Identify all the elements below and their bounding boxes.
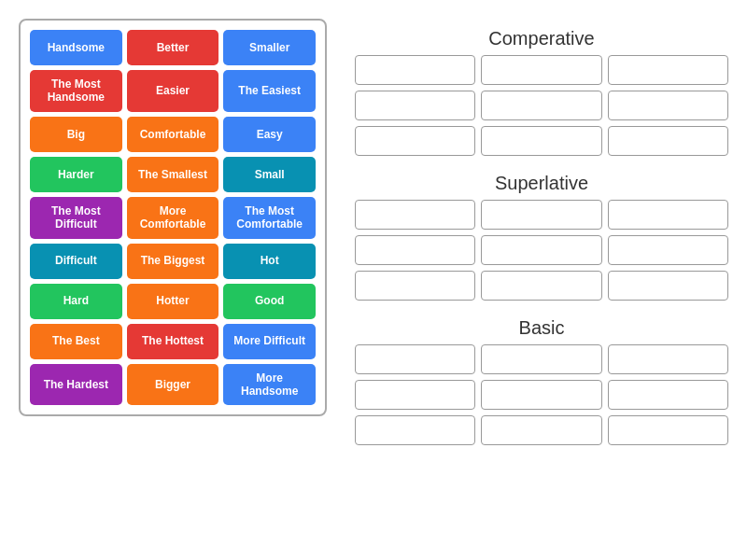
drop-cell[interactable] [481, 200, 601, 230]
drop-cell[interactable] [481, 91, 601, 120]
drop-cell[interactable] [608, 126, 728, 156]
word-tile[interactable]: The Easiest [223, 70, 316, 112]
drop-cell[interactable] [608, 415, 728, 445]
word-tile[interactable]: The Hottest [127, 324, 219, 359]
word-tile[interactable]: Difficult [30, 244, 122, 279]
drop-cell[interactable] [355, 415, 475, 445]
right-panel: ComperativeSuperlativeBasic [355, 19, 728, 453]
drop-cell[interactable] [608, 55, 728, 85]
word-tile[interactable]: The Smallest [127, 157, 219, 192]
drop-cell[interactable] [481, 380, 601, 410]
word-tile[interactable]: Smaller [223, 30, 316, 65]
word-tile[interactable]: Comfortable [127, 117, 219, 152]
word-tile[interactable]: Small [223, 157, 316, 192]
word-grid-container: HandsomeBetterSmallerThe Most HandsomeEa… [19, 19, 327, 416]
drop-grid [355, 200, 728, 301]
word-tile[interactable]: Easier [127, 70, 219, 112]
word-tile[interactable]: Hard [30, 284, 122, 319]
drop-cell[interactable] [608, 91, 728, 120]
drop-cell[interactable] [481, 55, 601, 85]
drop-grid [355, 55, 728, 156]
section-superlative: Superlative [355, 173, 728, 308]
word-tile[interactable]: Harder [30, 157, 122, 192]
word-tile[interactable]: More Difficult [223, 324, 316, 359]
section-title: Superlative [355, 173, 728, 194]
word-tile[interactable]: The Most Comfortable [223, 197, 316, 239]
drop-cell[interactable] [355, 235, 475, 265]
drop-cell[interactable] [355, 91, 475, 120]
word-tile[interactable]: Easy [223, 117, 316, 152]
drop-cell[interactable] [481, 415, 601, 445]
section-title: Comperative [355, 28, 728, 49]
section-comperative: Comperative [355, 28, 728, 163]
drop-cell[interactable] [355, 271, 475, 301]
drop-cell[interactable] [355, 344, 475, 374]
word-tile[interactable]: Hot [223, 244, 316, 279]
word-grid: HandsomeBetterSmallerThe Most HandsomeEa… [30, 30, 316, 405]
word-tile[interactable]: Bigger [127, 364, 219, 406]
word-tile[interactable]: Better [127, 30, 219, 65]
drop-cell[interactable] [608, 235, 728, 265]
drop-cell[interactable] [481, 235, 601, 265]
word-tile[interactable]: The Hardest [30, 364, 122, 406]
drop-cell[interactable] [481, 126, 601, 156]
word-tile[interactable]: Hotter [127, 284, 219, 319]
drop-cell[interactable] [608, 380, 728, 410]
word-tile[interactable]: The Biggest [127, 244, 219, 279]
word-tile[interactable]: Handsome [30, 30, 122, 65]
drop-cell[interactable] [355, 200, 475, 230]
section-title: Basic [355, 317, 728, 339]
drop-cell[interactable] [481, 271, 601, 301]
drop-cell[interactable] [481, 344, 601, 374]
word-tile[interactable]: More Handsome [223, 364, 316, 406]
drop-grid [355, 344, 728, 445]
word-tile[interactable]: The Most Difficult [30, 197, 122, 239]
word-tile[interactable]: The Best [30, 324, 122, 359]
drop-cell[interactable] [355, 380, 475, 410]
word-tile[interactable]: More Comfortable [127, 197, 219, 239]
section-basic: Basic [355, 317, 728, 453]
drop-cell[interactable] [355, 126, 475, 156]
word-tile[interactable]: Big [30, 117, 122, 152]
drop-cell[interactable] [608, 271, 728, 301]
drop-cell[interactable] [608, 344, 728, 374]
word-tile[interactable]: The Most Handsome [30, 70, 122, 112]
word-tile[interactable]: Good [223, 284, 316, 319]
drop-cell[interactable] [608, 200, 728, 230]
drop-cell[interactable] [355, 55, 475, 85]
